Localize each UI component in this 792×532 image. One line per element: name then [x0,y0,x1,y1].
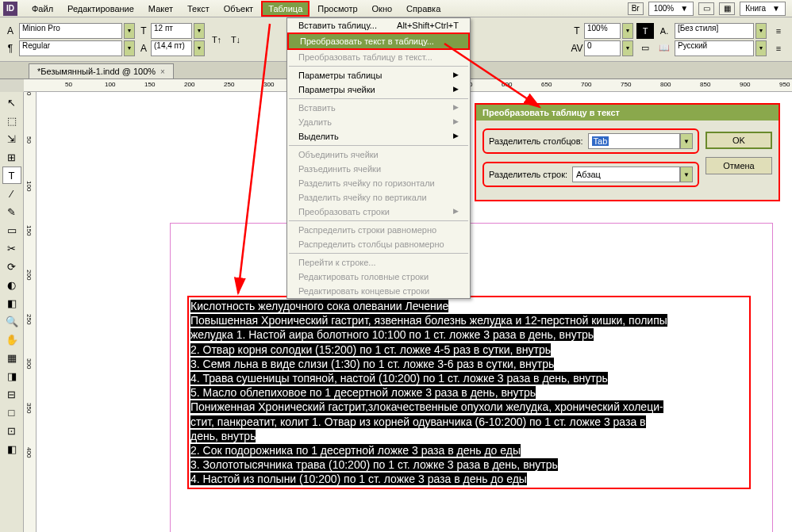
table-menu-dropdown: Вставить таблицу...Alt+Shift+Ctrl+TПреоб… [286,17,471,299]
font-size-chevron[interactable]: ▼ [194,23,205,39]
menu-item-14: Разделить ячейку по вертикали [287,190,470,205]
tools-panel: ↖⬚⇲⊞T∕✎▭✂⟳◐◧🔍✋▦◨⊟□⊡◧ [0,92,24,532]
font-family-input[interactable]: Minion Pro [19,23,122,39]
tool-11[interactable]: ◧ [2,294,21,312]
leading-chevron[interactable]: ▼ [194,40,205,56]
menu-item-12: Разъединить ячейки [287,162,470,176]
tool-13[interactable]: ✋ [2,331,21,348]
lang-icon[interactable]: 📖 [656,40,673,56]
menu-text[interactable]: Текст [181,2,216,16]
menu-item-7: Вставить▶ [287,101,470,115]
hscale-input[interactable]: 100% [584,23,621,39]
app-icon: ID [3,2,17,16]
font-family-chevron[interactable]: ▼ [124,23,135,39]
menu-item-1[interactable]: Преобразовать текст в таблицу... [287,33,470,50]
column-separator-label: Разделитель столбцов: [489,136,583,146]
tool-19[interactable]: ◧ [2,440,21,457]
workspace-switcher[interactable]: Книга▼ [740,2,786,16]
menu-object[interactable]: Объект [217,2,260,16]
tool-7[interactable]: ▭ [2,221,21,239]
tool-1[interactable]: ⬚ [2,112,21,129]
menu-item-4[interactable]: Параметры таблицы▶ [287,68,470,82]
menu-item-0[interactable]: Вставить таблицу...Alt+Shift+Ctrl+T [287,18,470,33]
font-style-input[interactable]: Regular [19,40,122,56]
menu-item-9[interactable]: Выделить▶ [287,129,470,144]
cancel-button[interactable]: Отмена [705,157,772,174]
menu-file[interactable]: Файл [25,2,60,16]
menu-item-15: Преобразовать строки▶ [287,205,470,219]
tool-5[interactable]: ∕ [2,185,21,202]
tool-16[interactable]: ⊟ [2,385,21,403]
tracking-input[interactable]: 0 [584,40,621,56]
menu-table[interactable]: Таблица [261,1,309,17]
tool-17[interactable]: □ [2,404,21,421]
menu-item-5[interactable]: Параметры ячейки▶ [287,82,470,97]
zoom-level[interactable]: 100%▼ [648,2,694,16]
stroke-icon[interactable]: ▭ [636,40,654,56]
leading-input[interactable]: (14,4 пт) [151,40,192,56]
menu-item-17: Распределить строки равномерно [287,223,470,237]
menu-item-21: Редактировать головные строки [287,270,470,284]
hscale-icon: T [571,23,582,39]
row-separator-input[interactable]: Абзац [572,166,680,182]
row-separator-field: Разделитель строк: Абзац ▼ [483,162,699,187]
row-separator-chevron[interactable]: ▼ [680,166,693,182]
tracking-icon: AV [571,40,582,56]
selected-text: Кислотность желудочного сока олевании Ле… [190,299,748,486]
menu-view[interactable]: Просмотр [311,2,363,16]
tool-9[interactable]: ⟳ [2,258,21,275]
char-style-chevron[interactable]: ▼ [755,23,767,39]
tool-0[interactable]: ↖ [2,94,21,111]
para-icon: ¶ [5,40,16,56]
tool-18[interactable]: ⊡ [2,422,21,439]
char-style-icon[interactable]: A. [656,23,673,39]
align-top-icon[interactable]: ≡ [770,23,787,39]
arrange-icon[interactable]: ▦ [719,2,735,15]
align-bottom-icon[interactable]: ≡ [770,40,787,56]
vertical-ruler: 050100150200250300350400 [24,92,37,532]
tool-4[interactable]: T [2,166,21,184]
column-separator-input[interactable]: Tab [588,133,680,149]
menu-item-20: Перейти к строке... [287,255,470,270]
subscript-icon[interactable]: T↓ [227,32,244,48]
column-separator-chevron[interactable]: ▼ [680,133,693,149]
tab-close-icon[interactable]: × [160,67,165,76]
tool-2[interactable]: ⇲ [2,130,21,147]
text-frame[interactable]: Кислотность желудочного сока олевании Ле… [187,296,751,489]
menu-item-18: Распределить столбцы равномерно [287,237,470,251]
menu-item-8: Удалить▶ [287,115,470,129]
tab-title: *Безымянный-1.indd @ 100% [37,67,156,76]
tool-14[interactable]: ▦ [2,349,21,366]
fill-icon[interactable]: T [636,23,654,39]
tool-10[interactable]: ◐ [2,276,21,293]
tool-3[interactable]: ⊞ [2,148,21,166]
lang-chevron[interactable]: ▼ [755,40,767,56]
char-style-input[interactable]: [Без стиля] [675,23,754,39]
leading-icon: A [138,40,149,56]
hscale-chevron[interactable]: ▼ [622,23,633,39]
tracking-chevron[interactable]: ▼ [622,40,633,56]
convert-table-dialog: Преобразовать таблицу в текст Разделител… [475,103,780,201]
tool-12[interactable]: 🔍 [2,312,21,330]
superscript-icon[interactable]: T↑ [208,32,225,48]
ok-button[interactable]: OK [705,132,772,149]
menu-item-11: Объединить ячейки [287,147,470,162]
document-tab[interactable]: *Безымянный-1.indd @ 100% × [29,63,174,78]
tool-6[interactable]: ✎ [2,203,21,220]
bridge-icon[interactable]: Br [628,2,644,15]
menubar: ID Файл Редактирование Макет Текст Объек… [0,0,792,17]
menu-item-13: Разделить ячейку по горизонтали [287,176,470,190]
tool-8[interactable]: ✂ [2,239,21,257]
menu-layout[interactable]: Макет [142,2,179,16]
menu-edit[interactable]: Редактирование [61,2,140,16]
menu-help[interactable]: Справка [400,2,447,16]
font-style-chevron[interactable]: ▼ [124,40,135,56]
lang-input[interactable]: Русский [675,40,754,56]
tool-15[interactable]: ◨ [2,367,21,385]
screen-mode-icon[interactable]: ▭ [698,2,714,15]
size-icon: T [138,23,149,39]
char-icon: A [5,23,16,39]
menu-window[interactable]: Окно [366,2,399,16]
dialog-title: Преобразовать таблицу в текст [476,105,779,121]
font-size-input[interactable]: 12 пт [151,23,192,39]
